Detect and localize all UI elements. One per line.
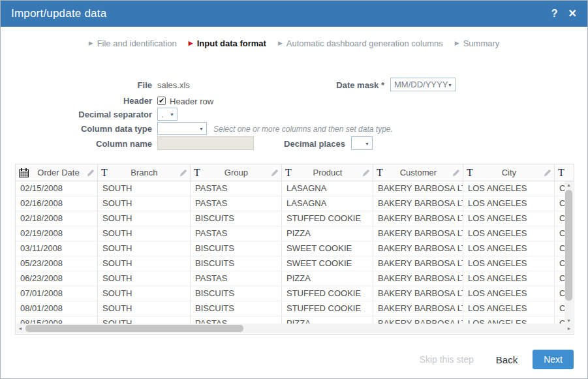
step-automatic-dashboard-generation-columns[interactable]: ▶ Automatic dashboard generation columns [278,38,443,48]
column-header-branch[interactable]: TBranch [98,164,191,181]
scroll-right-icon[interactable]: ► [565,324,573,333]
table-cell: PASTAS [191,196,282,211]
table-cell: 06/23/2008 [16,271,98,286]
table-row[interactable]: 05/23/2008SOUTHBISCUITSSWEET COOKIEBAKER… [16,256,574,271]
step-arrow-icon: ▶ [89,40,93,46]
dropdown-arrow-icon: ▼ [448,82,452,87]
table-cell: BISCUITS [191,211,282,226]
date-mask-label: Date mask * [233,80,384,90]
dialog-title: Import/update data [11,7,106,20]
table-cell: 02/18/2008 [16,211,98,226]
table-cell: SWEET COOKIE [282,241,373,256]
step-arrow-icon: ▶ [455,40,459,46]
edit-column-icon[interactable] [452,169,460,177]
table-cell: 02/19/2008 [16,226,98,241]
table-cell: BISCUITS [191,301,282,316]
dialog-footer: Skip this step Back Next [420,350,574,369]
table-cell: LOS ANGELES [463,196,555,211]
edit-column-icon[interactable] [179,169,187,177]
table-cell: SOUTH [98,256,191,271]
table-row[interactable]: 03/11/2008SOUTHBISCUITSSWEET COOKIEBAKER… [16,241,574,256]
column-title: Group [202,168,271,177]
decimal-places-select[interactable]: ▼ [351,136,373,150]
help-icon[interactable]: ? [551,8,558,19]
table-cell: SOUTH [98,226,191,241]
step-file-and-identification[interactable]: ▶ File and identification [89,38,177,48]
column-header-city[interactable]: TCity [463,164,555,181]
text-type-icon: T [558,168,565,178]
wizard-steps: ▶ File and identification ▶ Input data f… [1,38,587,48]
table-cell: BISCUITS [191,256,282,271]
vertical-scrollbar-thumb[interactable] [565,190,572,301]
step-summary[interactable]: ▶ Summary [455,38,500,48]
step-input-data-format[interactable]: ▶ Input data format [189,38,266,48]
table-cell: BISCUITS [191,241,282,256]
table-cell: BAKERY BARBOSA LTD [373,181,463,196]
column-title: Branch [109,168,179,177]
column-header-group[interactable]: TGroup [191,164,282,181]
decimal-separator-select[interactable]: . ▼ [157,108,178,121]
calendar-icon [19,168,29,177]
decimal-separator-label: Decimal separator [1,110,152,119]
edit-column-icon[interactable] [87,169,95,177]
table-row[interactable]: 02/19/2008SOUTHPASTASPIZZABAKERY BARBOSA… [16,226,574,241]
date-mask-select[interactable]: MM/DD/YYYY ▼ [390,78,456,91]
table-cell: SOUTH [98,301,191,316]
text-type-icon: T [467,168,473,178]
back-button[interactable]: Back [496,354,518,365]
table-cell: BAKERY BARBOSA LTD [373,226,463,241]
dropdown-arrow-icon: ▼ [199,127,204,131]
vertical-scrollbar[interactable]: ▲ ▼ [565,181,573,325]
column-header-customer[interactable]: TCustomer [373,164,463,181]
table-cell: SWEET COOKIE [282,256,373,271]
table-cell: 07/01/2008 [16,286,98,301]
table-row[interactable]: 02/15/2008SOUTHPASTASLASAGNABAKERY BARBO… [16,181,574,196]
table-row[interactable]: 06/23/2008SOUTHPASTASPIZZABAKERY BARBOSA… [16,271,574,286]
decimal-places-label: Decimal places [194,139,345,149]
next-button[interactable]: Next [533,350,574,369]
text-type-icon: T [285,168,292,178]
column-data-type-select[interactable]: ▼ [157,122,207,135]
table-cell: SOUTH [98,286,191,301]
edit-column-icon[interactable] [271,169,279,177]
table-cell: BAKERY BARBOSA LTD [373,286,463,301]
header-row-checkbox-label: Header row [170,97,213,106]
grid-body: 02/15/2008SOUTHPASTASLASAGNABAKERY BARBO… [16,181,574,331]
column-header-order-date[interactable]: Order Date [16,164,98,181]
table-cell: LOS ANGELES [463,241,555,256]
column-data-type-label: Column data type [1,124,152,134]
table-row[interactable]: 02/18/2008SOUTHBISCUITSSTUFFED COOKIEBAK… [16,211,574,226]
table-cell: PASTAS [191,226,282,241]
scroll-left-icon[interactable]: ◄ [16,324,24,333]
skip-this-step-button[interactable]: Skip this step [420,354,474,365]
date-mask-value: MM/DD/YYYY [394,80,448,89]
table-cell: STUFFED COOKIE [282,211,373,226]
step-label: File and identification [97,38,177,48]
table-row[interactable]: 08/01/2008SOUTHBISCUITSSTUFFED COOKIEBAK… [16,301,574,316]
table-cell: LOS ANGELES [463,286,555,301]
table-cell: 02/16/2008 [16,196,98,211]
column-header-extra[interactable]: T [555,164,574,181]
edit-column-icon[interactable] [362,169,370,177]
import-update-data-dialog: Import/update data ? ✕ ▶ File and identi… [0,0,588,379]
scroll-up-icon[interactable]: ▲ [565,181,573,189]
horizontal-scrollbar[interactable]: ◄ ► [16,324,573,333]
step-label: Summary [463,38,500,48]
step-label: Automatic dashboard generation columns [286,38,443,48]
checkmark-icon: ✔ [159,97,164,104]
table-row[interactable]: 07/01/2008SOUTHBISCUITSSTUFFED COOKIEBAK… [16,286,574,301]
horizontal-scrollbar-thumb[interactable] [25,325,243,332]
close-icon[interactable]: ✕ [568,8,577,19]
table-cell: SOUTH [98,271,191,286]
table-cell: PASTAS [191,271,282,286]
step-label: Input data format [197,38,266,48]
table-row[interactable]: 02/16/2008SOUTHPASTASLASAGNABAKERY BARBO… [16,196,574,211]
header-label: Header [1,96,152,106]
dropdown-arrow-icon: ▼ [365,141,369,145]
table-cell: LOS ANGELES [463,256,555,271]
header-row-checkbox[interactable]: ✔ [157,97,166,105]
column-header-product[interactable]: TProduct [282,164,373,181]
edit-column-icon[interactable] [544,169,551,177]
table-cell: BAKERY BARBOSA LTD [373,241,463,256]
text-type-icon: T [194,168,200,178]
